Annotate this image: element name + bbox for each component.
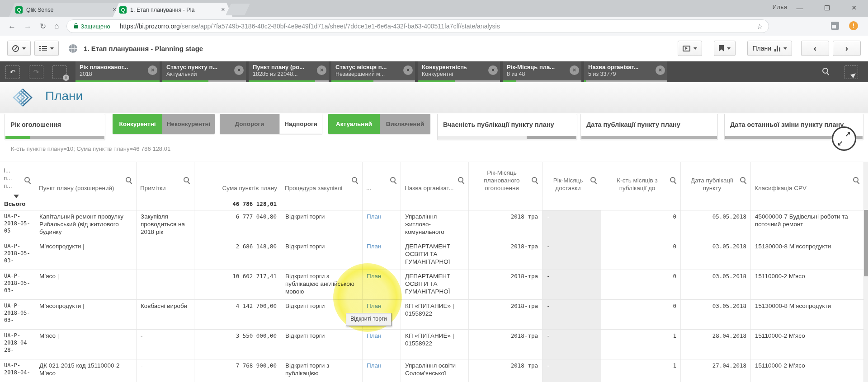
sort-indicator-icon[interactable] [14, 195, 19, 198]
plan-link[interactable]: План [367, 243, 382, 250]
presentation-mode-button[interactable] [678, 41, 702, 56]
column-header[interactable]: Назва організат... [401, 162, 469, 198]
window-close-button[interactable]: ✕ [846, 2, 862, 14]
filter-toggle-option[interactable]: Конкурентні [113, 114, 162, 134]
step-forward-selection-button[interactable]: ↷ [29, 65, 43, 79]
search-icon[interactable] [24, 177, 31, 184]
bookmarks-button[interactable] [714, 41, 736, 56]
filter-listbox[interactable]: Дата публікації пункту плану [580, 114, 718, 140]
filter-toggle-option[interactable]: Допороги [220, 114, 279, 134]
back-icon[interactable]: ← [8, 22, 16, 31]
search-icon[interactable] [390, 177, 397, 184]
clear-selection-icon[interactable]: ✕ [234, 65, 244, 75]
clear-selection-icon[interactable]: ✕ [488, 65, 498, 75]
app-navigation-button[interactable] [7, 41, 31, 56]
forward-icon[interactable]: → [24, 22, 32, 31]
table-cell: М’ясо | [35, 270, 137, 300]
filter-toggle-option[interactable]: Неконкурентні [162, 114, 215, 134]
plan-link[interactable]: План [367, 213, 382, 220]
search-icon[interactable] [458, 177, 465, 184]
clear-selection-icon[interactable]: ✕ [656, 65, 665, 75]
next-sheet-button[interactable]: › [833, 41, 861, 56]
scrollbar-thumb[interactable] [864, 210, 868, 276]
chip-value: 2018 [80, 71, 148, 77]
clear-selection-icon[interactable]: ✕ [570, 65, 579, 75]
search-icon[interactable] [590, 177, 597, 184]
totals-cell [469, 198, 542, 210]
bookmark-star-icon[interactable]: ☆ [756, 22, 763, 31]
arrow-ne-icon: ↗ [845, 130, 851, 138]
window-minimize-button[interactable]: — [792, 2, 807, 14]
window-restore-button[interactable] [819, 2, 835, 14]
filter-row: Рік оголошенняКонкурентніНеконкурентніДо… [0, 114, 868, 143]
search-icon[interactable] [125, 177, 132, 184]
totals-cell [281, 198, 363, 210]
browser-tab-planning-stage[interactable]: Q 1. Етап планування - Pla ✕ [113, 3, 232, 17]
filter-toggle-option[interactable]: Виключений [380, 114, 430, 134]
selection-chip[interactable]: Пункт плану (ро...18285 из 22048...✕ [249, 61, 329, 82]
progress-segment [581, 136, 717, 139]
column-header-label: К-сть місяців з публікації до [605, 164, 670, 196]
selection-chip[interactable]: Рік-Місяць пла...8 из 48✕ [503, 61, 581, 82]
new-tab-button[interactable] [226, 4, 250, 15]
column-header[interactable]: Сума пунктів плану [194, 162, 281, 198]
selection-chip[interactable]: КонкурентністьКонкурентні✕ [418, 61, 500, 82]
previous-sheet-button[interactable]: ‹ [801, 41, 829, 56]
tab-close-icon[interactable]: ✕ [220, 6, 226, 14]
search-icon[interactable] [351, 177, 359, 184]
step-back-selection-button[interactable]: ↶ [5, 65, 20, 79]
search-icon[interactable] [740, 177, 747, 184]
column-header[interactable]: К-сть місяців з публікації до [601, 162, 681, 198]
sheet-selector-button[interactable]: Плани [747, 41, 792, 56]
clear-all-selections-button[interactable]: ✕ [52, 65, 67, 79]
expand-toggle-button[interactable]: ↗ ↙ [832, 126, 856, 151]
filter-listbox[interactable]: Вчасність публікації пункту плану [437, 114, 577, 140]
selection-chip[interactable]: Статус пункту п...Актуальний✕ [162, 61, 246, 82]
column-header[interactable]: Пункт плану (розширений) [35, 162, 137, 198]
selections-tool-icon[interactable] [844, 65, 858, 79]
url-field[interactable]: Защищено https://bi.prozorro.org/sense/a… [66, 19, 769, 33]
column-header[interactable]: Рік-Місяць доставки [542, 162, 601, 198]
home-icon[interactable]: ⌂ [54, 22, 59, 31]
filter-progress-bar [5, 136, 104, 139]
selection-chip[interactable]: Рік планованог...2018✕ [75, 61, 160, 82]
browser-profile-name[interactable]: Илья [764, 4, 796, 10]
filter-toggle-option[interactable]: Актуальний [328, 114, 380, 134]
column-header[interactable]: І... п... п... [0, 162, 35, 198]
column-header[interactable]: ... [363, 162, 401, 198]
cell-tooltip: Відкриті торги [346, 313, 392, 326]
table-cell [137, 240, 194, 270]
search-icon[interactable] [183, 177, 190, 184]
reload-icon[interactable]: ↻ [40, 22, 46, 31]
smart-search-icon[interactable] [822, 67, 829, 75]
search-icon[interactable] [531, 177, 538, 184]
clear-selection-icon[interactable]: ✕ [148, 65, 157, 75]
filter-listbox[interactable]: Рік оголошення [5, 114, 105, 140]
search-icon[interactable] [853, 177, 860, 184]
selection-chip[interactable]: Статус місяця п...Незавершений м...✕ [331, 61, 415, 82]
sheet-list-button[interactable] [34, 41, 59, 56]
extension-warning-icon[interactable]: ! [849, 21, 858, 30]
selection-chip[interactable]: Назва організат...5 из 33779✕ [584, 61, 667, 82]
plan-link[interactable]: План [367, 362, 382, 369]
filter-toggle-option[interactable]: Надпороги [279, 114, 322, 134]
clear-selection-icon[interactable]: ✕ [317, 65, 326, 75]
browser-tab-qlik-sense[interactable]: Q Qlik Sense ✕ [9, 3, 124, 17]
column-header[interactable]: Примітки [137, 162, 194, 198]
table-scrollbar[interactable] [864, 162, 868, 382]
chip-value: Конкурентні [422, 71, 488, 77]
table-cell: Закупівля проводиться на 2018 рік [137, 210, 194, 240]
column-header[interactable]: Процедура закупівлі [281, 162, 363, 198]
column-header[interactable]: Дата публікації пункту [681, 162, 751, 198]
plan-link[interactable]: План [367, 332, 382, 339]
table-cell: План [363, 330, 401, 359]
column-header[interactable]: Рік-Місяць планованого оголошення [469, 162, 542, 198]
extension-icon[interactable] [831, 22, 839, 30]
clear-selection-icon[interactable]: ✕ [403, 65, 413, 75]
table-cell: 15130000-8 М’ясопродукти [751, 300, 864, 330]
search-icon[interactable] [670, 177, 677, 184]
prozorro-logo [9, 87, 36, 108]
browser-window: Q Qlik Sense ✕ Q 1. Етап планування - Pl… [0, 0, 868, 382]
filter-progress-bar [438, 136, 576, 139]
column-header[interactable]: Класифікація CPV [751, 162, 864, 198]
